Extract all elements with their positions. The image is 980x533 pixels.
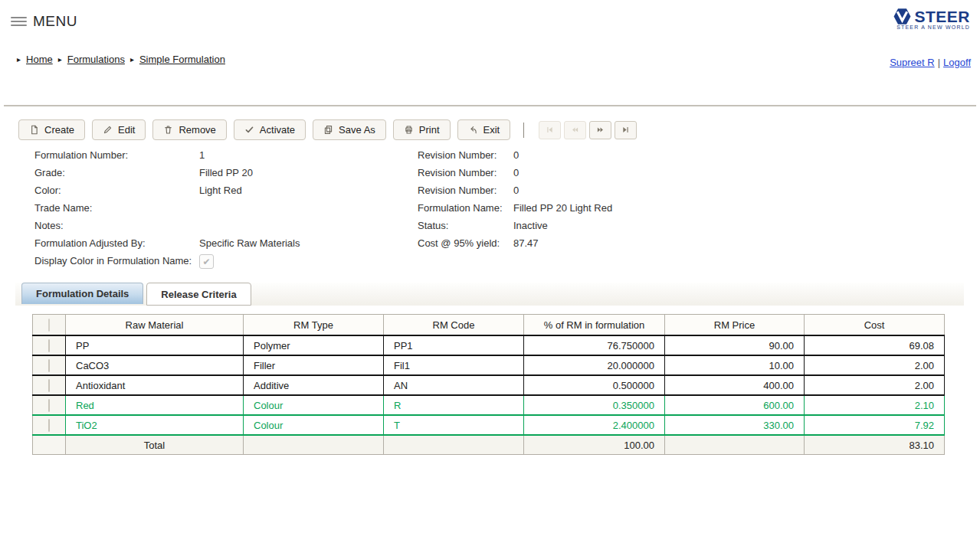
print-button-label: Print xyxy=(419,124,440,136)
row-checkbox[interactable] xyxy=(48,419,50,432)
row-select-cell xyxy=(33,375,66,395)
raw-material-cell: TiO2 xyxy=(66,415,244,435)
select-all-checkbox[interactable] xyxy=(48,319,50,332)
caret-icon: ▸ xyxy=(17,55,21,64)
breadcrumb-simple-formulation[interactable]: Simple Formulation xyxy=(139,54,225,65)
logo-brand-text: STEER xyxy=(914,8,970,26)
rm-type-cell: Colour xyxy=(244,415,384,435)
trash-icon xyxy=(163,125,173,135)
cost-at-yield-value: 87.47 xyxy=(513,234,539,252)
toolbar-separator xyxy=(523,123,524,138)
hamburger-icon[interactable] xyxy=(11,17,27,26)
first-page-icon xyxy=(546,126,554,134)
total-empty-cell xyxy=(384,435,524,455)
field-label: Revision Number: xyxy=(418,146,513,164)
exit-button-label: Exit xyxy=(483,124,500,136)
logoff-link[interactable]: Logoff xyxy=(943,57,971,68)
link-separator: | xyxy=(938,57,940,68)
raw-material-cell: Antioxidant xyxy=(66,375,244,395)
column-header-rm-type: RM Type xyxy=(244,315,384,336)
save-as-button[interactable]: Save As xyxy=(313,119,386,140)
revision-number-value: 0 xyxy=(513,164,519,181)
tab-release-criteria[interactable]: Release Criteria xyxy=(146,283,251,306)
row-checkbox[interactable] xyxy=(48,339,50,352)
row-select-cell xyxy=(33,335,66,355)
print-button[interactable]: Print xyxy=(393,119,451,140)
pager-next-button[interactable] xyxy=(589,121,611,139)
details-right-column: Revision Number:0 Revision Number:0 Revi… xyxy=(418,146,612,252)
menu-button[interactable]: MENU xyxy=(11,13,77,30)
activate-button-label: Activate xyxy=(260,124,295,136)
column-header-rm-code: RM Code xyxy=(384,315,524,336)
revision-number-value: 0 xyxy=(513,146,519,164)
remove-button[interactable]: Remove xyxy=(152,119,226,140)
cost-cell: 7.92 xyxy=(805,415,945,435)
table-row-colour: Red Colour R 0.350000 600.00 2.10 xyxy=(33,395,945,415)
field-label: Notes: xyxy=(34,217,199,234)
row-checkbox[interactable] xyxy=(48,379,50,392)
breadcrumb-formulations[interactable]: Formulations xyxy=(67,54,125,65)
rm-price-cell: 400.00 xyxy=(665,375,805,395)
caret-icon: ▸ xyxy=(130,55,134,64)
total-empty-cell xyxy=(665,435,805,455)
cost-cell: 2.00 xyxy=(805,375,945,395)
display-color-checkbox[interactable]: ✔ xyxy=(199,254,214,269)
rm-type-cell: Colour xyxy=(244,395,384,415)
raw-material-cell: Red xyxy=(66,395,244,415)
page-icon xyxy=(29,125,39,135)
raw-material-cell: PP xyxy=(66,335,244,355)
field-label: Display Color in Formulation Name: xyxy=(34,252,199,270)
steer-hexagon-icon xyxy=(893,7,912,26)
create-button-label: Create xyxy=(44,124,74,136)
row-select-cell xyxy=(33,355,66,375)
toolbar: Create Edit Remove Activate Save As Prin… xyxy=(18,119,637,140)
caret-icon: ▸ xyxy=(58,55,62,64)
column-header-rm-price: RM Price xyxy=(665,315,805,336)
rm-price-cell: 600.00 xyxy=(665,395,805,415)
exit-button[interactable]: Exit xyxy=(457,119,511,140)
copy-icon xyxy=(323,125,333,135)
user-links: Supreet R|Logoff xyxy=(890,57,971,68)
pager-last-button[interactable] xyxy=(615,121,637,139)
table-row: CaCO3 Filler Fil1 20.000000 10.00 2.00 xyxy=(33,355,945,375)
user-profile-link[interactable]: Supreet R xyxy=(890,57,935,68)
cost-cell: 69.08 xyxy=(805,335,945,355)
total-label: Total xyxy=(66,435,244,455)
breadcrumb-home[interactable]: Home xyxy=(26,54,53,65)
raw-material-cell: CaCO3 xyxy=(66,355,244,375)
rm-price-cell: 10.00 xyxy=(665,355,805,375)
field-label: Color: xyxy=(34,181,199,199)
printer-icon xyxy=(404,125,414,135)
pager-previous-button[interactable] xyxy=(564,121,586,139)
tab-formulation-details[interactable]: Formulation Details xyxy=(21,283,143,304)
save-as-button-label: Save As xyxy=(339,124,375,136)
horizontal-divider xyxy=(4,105,976,106)
row-checkbox[interactable] xyxy=(48,359,50,372)
row-checkbox[interactable] xyxy=(48,399,50,412)
table-row: PP Polymer PP1 76.750000 90.00 69.08 xyxy=(33,335,945,355)
table-row-colour: TiO2 Colour T 2.400000 330.00 7.92 xyxy=(33,415,945,435)
table-header-row: Raw Material RM Type RM Code % of RM in … xyxy=(33,315,945,336)
activate-button[interactable]: Activate xyxy=(234,119,306,140)
pager-first-button[interactable] xyxy=(539,121,561,139)
cost-cell: 2.00 xyxy=(805,355,945,375)
field-label: Formulation Name: xyxy=(418,199,513,217)
field-label: Formulation Number: xyxy=(34,146,199,164)
row-select-cell xyxy=(33,395,66,415)
color-value: Light Red xyxy=(199,181,242,199)
check-icon: ✔ xyxy=(202,257,210,266)
field-label: Cost @ 95% yield: xyxy=(418,234,513,252)
edit-button[interactable]: Edit xyxy=(92,119,146,140)
page: MENU STEER STEER A NEW WORLD ▸ Home ▸ Fo… xyxy=(0,0,980,533)
details-left-column: Formulation Number:1 Grade:Filled PP 20 … xyxy=(34,146,300,270)
menu-label[interactable]: MENU xyxy=(33,13,77,30)
pct-cell: 0.350000 xyxy=(524,395,665,415)
edit-button-label: Edit xyxy=(118,124,135,136)
field-label: Formulation Adjusted By: xyxy=(34,234,199,252)
column-header-raw-material: Raw Material xyxy=(66,315,244,336)
create-button[interactable]: Create xyxy=(18,119,85,140)
remove-button-label: Remove xyxy=(179,124,215,136)
column-header-pct: % of RM in formulation xyxy=(524,315,665,336)
tab-bar: Formulation Details Release Criteria xyxy=(15,283,964,306)
field-label: Revision Number: xyxy=(418,164,513,181)
